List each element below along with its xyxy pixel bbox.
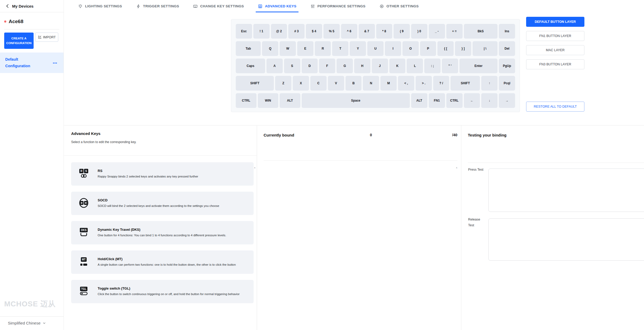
key-h[interactable]: H [354, 59, 370, 73]
key-esc[interactable]: Esc [236, 24, 252, 39]
scroll-up-arrow[interactable]: ▲ [254, 166, 256, 169]
key-l[interactable]: L [407, 59, 423, 73]
press-test-area[interactable] [488, 169, 644, 212]
key-key[interactable]: | \ [473, 41, 498, 56]
key-t[interactable]: T [332, 41, 348, 56]
key-a[interactable]: A [266, 59, 283, 73]
key-e[interactable]: E [297, 41, 313, 56]
key-enter[interactable]: Enter [459, 59, 498, 73]
key-x[interactable]: X [293, 76, 309, 91]
key-p[interactable]: P [420, 41, 436, 56]
tab-other-settings[interactable]: OTHER SETTINGS [377, 0, 421, 12]
key-4[interactable]: $ 4 [306, 24, 322, 39]
key-q[interactable]: Q [262, 41, 278, 56]
sidebar-item-default-configuration[interactable]: Default Configuration ••• [0, 53, 64, 73]
key-ctrl[interactable]: CTRL [446, 93, 463, 108]
key-pcql[interactable]: Pcql [499, 76, 515, 91]
key-7[interactable]: & 7 [359, 24, 375, 39]
key-shift[interactable]: SHIFT [236, 76, 274, 91]
key-v[interactable]: V [328, 76, 344, 91]
key-space[interactable]: Space [302, 93, 410, 108]
advanced-key-item-socd[interactable]: SOCDSOCD will bind the 2 selected keys a… [71, 192, 254, 215]
chevron-left-icon[interactable] [6, 4, 10, 8]
import-button[interactable]: IMPORT [35, 33, 58, 42]
key-caps[interactable]: Caps [236, 59, 265, 73]
tab-performance-settings[interactable]: PERFORMANCE SETTINGS [308, 0, 368, 12]
key-key[interactable]: ← [464, 93, 480, 108]
key-f[interactable]: F [319, 59, 335, 73]
key-c[interactable]: C [310, 76, 327, 91]
key-tab[interactable]: Tab [236, 41, 261, 56]
restore-all-to-default-button[interactable]: RESTORE ALL TO DEFAULT [526, 102, 584, 112]
advanced-key-text: Dynamic Key Travel (DKS)One button for 4… [98, 228, 226, 238]
key-fn1[interactable]: FN1 [429, 93, 445, 108]
fn3-button-layer-button[interactable]: FN3 BUTTON LAYER [526, 59, 584, 69]
key-g[interactable]: G [337, 59, 353, 73]
key-key[interactable]: > . [416, 76, 432, 91]
language-label[interactable]: Simplified Chinese [8, 321, 40, 325]
key-3[interactable]: # 3 [288, 24, 305, 39]
configuration-label[interactable]: Default Configuration [5, 56, 39, 69]
tab-lighting-settings[interactable]: LIGHTING SETTINGS [76, 0, 124, 12]
key-key[interactable]: _ - [429, 24, 445, 39]
advanced-key-item-hold-click-mt[interactable]: MTHold/Click (MT)A single button can per… [71, 250, 254, 274]
key-y[interactable]: Y [350, 41, 366, 56]
key-key[interactable]: < , [398, 76, 414, 91]
key-r[interactable]: R [315, 41, 331, 56]
key-key[interactable]: → [499, 93, 515, 108]
key-key[interactable]: { [ [437, 41, 454, 56]
key-ctrl[interactable]: CTRL [236, 93, 256, 108]
key-k[interactable]: K [389, 59, 406, 73]
key-del[interactable]: Del [499, 41, 515, 56]
key-0[interactable]: ) 0 [411, 24, 427, 39]
key-z[interactable]: Z [275, 76, 291, 91]
key-ins[interactable]: Ins [499, 24, 515, 39]
key-6[interactable]: ^ 6 [341, 24, 357, 39]
key-i[interactable]: I [385, 41, 401, 56]
tab-change-key-settings[interactable]: CHANGE KEY SETTINGS [191, 0, 246, 12]
advanced-key-item-rs[interactable]: RSRSRappy Snappy binds 2 selected keys a… [71, 162, 254, 186]
key-d[interactable]: D [302, 59, 318, 73]
tab-trigger-settings[interactable]: TRIGGER SETTINGS [134, 0, 181, 12]
back-navigation[interactable]: My Devices [0, 0, 64, 12]
key-key[interactable]: + = [446, 24, 463, 39]
fn1-button-layer-button[interactable]: FN1 BUTTON LAYER [526, 31, 584, 41]
advanced-key-item-toggle-switch-tgl[interactable]: TGLToggle switch (TGL)Click the button t… [71, 280, 254, 303]
key-key[interactable]: : ; [424, 59, 441, 73]
key-n[interactable]: N [363, 76, 379, 91]
tab-advanced-keys[interactable]: ADVANCED KEYS [256, 0, 299, 12]
configuration-menu-button[interactable]: ••• [53, 61, 57, 65]
key-bks[interactable]: BkS [464, 24, 498, 39]
key-alt[interactable]: ALT [280, 93, 300, 108]
key-u[interactable]: U [367, 41, 384, 56]
key-j[interactable]: J [372, 59, 388, 73]
key-w[interactable]: W [280, 41, 296, 56]
advanced-key-item-dynamic-key-travel-dks[interactable]: DKSDynamic Key Travel (DKS)One button fo… [71, 221, 254, 244]
key-b[interactable]: B [345, 76, 362, 91]
key-2[interactable]: @ 2 [271, 24, 287, 39]
scroll-up-arrow[interactable]: ▲ [455, 166, 458, 169]
key-5[interactable]: % 5 [323, 24, 340, 39]
key-key[interactable]: ? / [433, 76, 449, 91]
key-s[interactable]: S [284, 59, 300, 73]
key-9[interactable]: ( 9 [394, 24, 410, 39]
key-8[interactable]: * 8 [376, 24, 392, 39]
language-selector[interactable]: Simplified Chinese [0, 317, 64, 330]
back-label[interactable]: My Devices [12, 4, 34, 8]
keyboard-row: SHIFTZXCVBNM< ,> .? /SHIFT↑Pcql [236, 76, 515, 91]
release-test-area[interactable] [488, 218, 644, 261]
default-button-layer-button[interactable]: DEFAULT BUTTON LAYER [526, 17, 584, 27]
key-key[interactable]: ↓ [481, 93, 498, 108]
key-key[interactable]: " ' [442, 59, 458, 73]
key-o[interactable]: O [402, 41, 419, 56]
key-shift[interactable]: SHIFT [451, 76, 480, 91]
key-m[interactable]: M [380, 76, 397, 91]
key-alt[interactable]: ALT [411, 93, 427, 108]
key-key[interactable]: } ] [455, 41, 471, 56]
key-pgup[interactable]: PgUp [499, 59, 515, 73]
key-win[interactable]: WIN [258, 93, 279, 108]
key-1[interactable]: ! 1 [253, 24, 270, 39]
key-key[interactable]: ↑ [481, 76, 498, 91]
create-configuration-button[interactable]: CREATE A CONFIGURATION [4, 33, 34, 49]
mac-layer-button[interactable]: MAC LAYER [526, 45, 584, 55]
